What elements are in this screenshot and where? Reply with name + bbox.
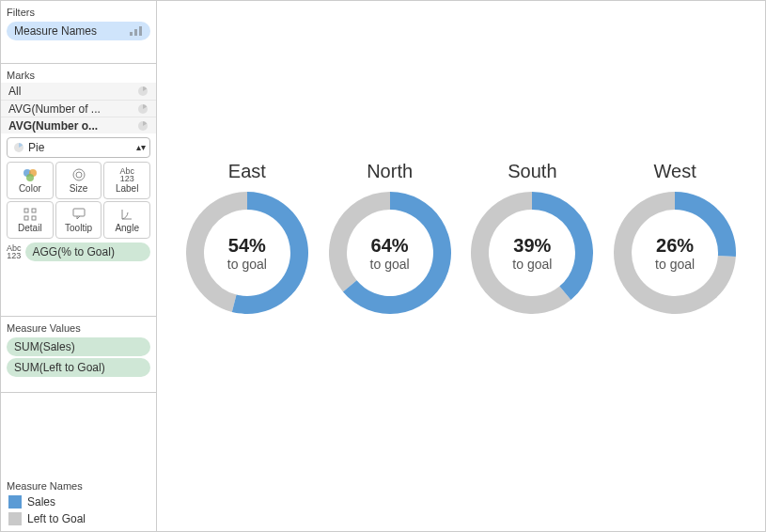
chart-canvas: East54%to goalNorth64%to goalSouth39%to … [157, 1, 765, 531]
bar-chart-icon [130, 26, 143, 36]
filters-panel: Filters Measure Names [1, 1, 156, 64]
svg-rect-14 [24, 216, 28, 220]
marks-shelf-row-1: ColorSizeAbc123Label [7, 162, 150, 199]
detail-shelf-button[interactable]: Detail [7, 201, 54, 239]
marks-header: Marks [1, 66, 156, 83]
svg-rect-2 [139, 26, 142, 36]
marks-row-label: All [8, 85, 21, 98]
svg-rect-16 [73, 209, 85, 216]
donut-percent: 54% [228, 235, 266, 257]
marks-panel: Marks AllAVG(Number of ...AVG(Number o..… [1, 64, 156, 317]
label-icon: Abc123 [119, 168, 134, 181]
angle-icon [120, 208, 133, 221]
donut-percent: 64% [371, 235, 409, 257]
donut-chart[interactable]: 64%to goal [329, 192, 451, 314]
measure-value-pill-label: SUM(Left to Goal) [14, 361, 105, 374]
app-root: Filters Measure Names Marks AllAVG(Numbe… [0, 0, 766, 532]
donut-center-label: 26%to goal [614, 192, 736, 314]
legend-color-swatch [8, 512, 22, 525]
measure-values-panel: Measure Values SUM(Sales)SUM(Left to Goa… [1, 317, 156, 393]
donut-percent: 39% [513, 235, 551, 257]
donut-center-label: 54%to goal [186, 192, 308, 314]
color-shelf-button[interactable]: Color [7, 162, 54, 199]
updown-icon: ▴▾ [136, 143, 146, 152]
svg-rect-0 [130, 32, 133, 36]
marks-shelf-row-2: DetailTooltipAngle [7, 201, 150, 239]
shelf-button-label: Size [70, 183, 87, 194]
legend-item-label: Left to Goal [27, 512, 86, 525]
donut-caption: to goal [512, 257, 552, 272]
svg-point-9 [26, 174, 34, 181]
marks-rows: AllAVG(Number of ...AVG(Number o... [1, 83, 156, 133]
shelf-button-label: Detail [18, 223, 42, 233]
donut-chart[interactable]: 39%to goal [471, 192, 593, 314]
donut-center-label: 64%to goal [329, 192, 451, 314]
label-shelf-button[interactable]: Abc123Label [103, 162, 150, 199]
pie-icon [13, 142, 24, 153]
shelf-button-label: Tooltip [65, 223, 92, 233]
measure-value-pill[interactable]: SUM(Sales) [7, 337, 150, 356]
legend-color-swatch [8, 495, 22, 509]
legend-item-label: Sales [27, 495, 55, 509]
filter-pill-label: Measure Names [14, 24, 97, 38]
sidebar: Filters Measure Names Marks AllAVG(Numbe… [1, 1, 157, 531]
marks-label-pill-row: Abc123 AGG(% to Goal) [7, 243, 150, 261]
donut-caption: to goal [227, 257, 267, 272]
chart-grid: East54%to goalNorth64%to goalSouth39%to … [157, 161, 765, 314]
legend-header: Measure Names [1, 477, 156, 493]
donut-center-label: 39%to goal [471, 192, 593, 314]
marks-row[interactable]: All [1, 83, 156, 100]
color-icon [23, 168, 38, 181]
measure-value-pill[interactable]: SUM(Left to Goal) [7, 358, 150, 377]
donut-north: North64%to goal [320, 161, 461, 314]
measure-values-list: SUM(Sales)SUM(Left to Goal) [1, 337, 156, 377]
angle-shelf-button[interactable]: Angle [103, 201, 150, 239]
marks-row-label: AVG(Number o... [8, 119, 98, 133]
pie-icon [137, 86, 149, 97]
svg-rect-15 [32, 216, 36, 220]
legend-item[interactable]: Left to Goal [1, 510, 156, 527]
donut-percent: 26% [656, 235, 694, 257]
shelf-button-label: Color [19, 183, 41, 194]
donut-title: South [461, 161, 602, 182]
donut-title: East [177, 161, 318, 182]
marks-row[interactable]: AVG(Number of ... [1, 100, 156, 117]
marks-row-label: AVG(Number of ... [8, 102, 101, 116]
legend-item[interactable]: Sales [1, 493, 156, 510]
tooltip-shelf-button[interactable]: Tooltip [55, 201, 102, 239]
svg-rect-13 [32, 209, 36, 212]
detail-icon [23, 208, 37, 221]
donut-caption: to goal [370, 257, 410, 272]
donut-west: West26%to goal [604, 161, 745, 314]
svg-point-11 [76, 172, 82, 178]
shelf-button-label: Label [116, 183, 138, 194]
mark-type-label: Pie [28, 141, 44, 154]
filters-header: Filters [1, 3, 156, 20]
measure-value-pill-label: SUM(Sales) [14, 340, 75, 353]
mark-type-dropdown[interactable]: Pie ▴▾ [7, 137, 150, 158]
pie-icon [137, 120, 149, 132]
donut-chart[interactable]: 26%to goal [614, 192, 736, 314]
donut-title: West [604, 161, 745, 182]
tooltip-icon [72, 208, 86, 221]
label-shelf-icon: Abc123 [7, 244, 22, 259]
sidebar-spacer [1, 393, 156, 475]
size-shelf-button[interactable]: Size [55, 162, 102, 199]
donut-east: East54%to goal [177, 161, 318, 314]
label-pill-agg-pct-to-goal[interactable]: AGG(% to Goal) [25, 243, 150, 261]
pie-icon [137, 103, 149, 115]
label-pill-text: AGG(% to Goal) [33, 245, 115, 258]
size-icon [71, 168, 86, 181]
svg-point-10 [73, 169, 85, 180]
donut-chart[interactable]: 54%to goal [186, 192, 308, 314]
shelf-button-label: Angle [115, 223, 139, 233]
donut-caption: to goal [655, 257, 695, 272]
donut-south: South39%to goal [461, 161, 602, 314]
measure-values-header: Measure Values [1, 319, 156, 336]
legend-list: SalesLeft to Goal [1, 493, 156, 527]
marks-row[interactable]: AVG(Number o... [1, 117, 156, 133]
filter-pill-measure-names[interactable]: Measure Names [7, 22, 150, 40]
legend-panel: Measure Names SalesLeft to Goal [1, 475, 156, 531]
svg-rect-1 [134, 29, 137, 36]
svg-rect-12 [24, 209, 28, 212]
